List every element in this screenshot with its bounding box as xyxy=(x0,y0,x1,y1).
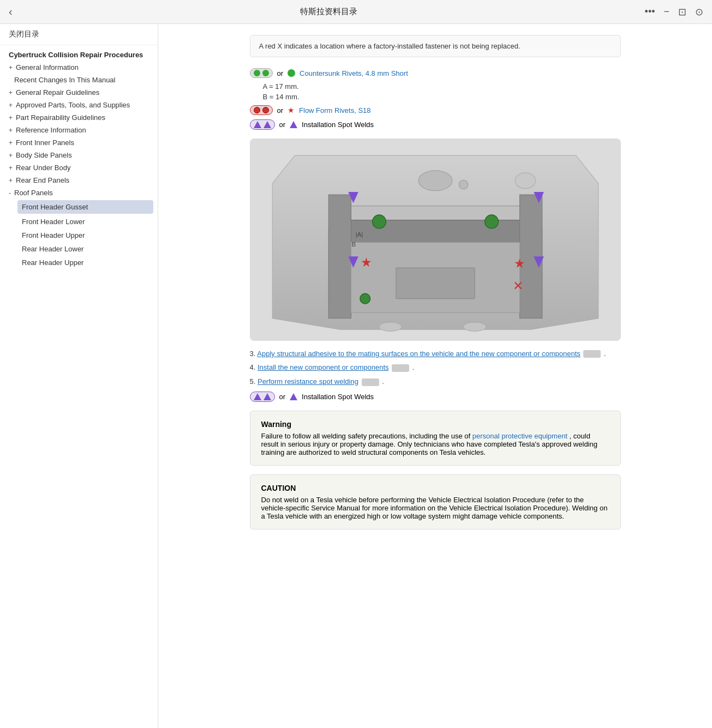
sidebar-item-approved-parts[interactable]: + Approved Parts, Tools, and Supplies xyxy=(0,99,158,111)
expand-icon: + xyxy=(9,152,13,159)
sidebar-label: Rear Under Body xyxy=(16,164,70,172)
dim-a: A = 17 mm. xyxy=(263,82,621,91)
sidebar-item-front-header-lower[interactable]: Front Header Lower xyxy=(0,215,158,228)
svg-point-5 xyxy=(372,215,386,228)
expand-icon: + xyxy=(9,101,13,109)
toggle-triangle-right xyxy=(264,121,271,128)
step-5-link[interactable]: Perform resistance spot welding xyxy=(258,377,358,386)
toggle-red xyxy=(250,105,273,115)
sidebar-item-roof-panels[interactable]: - Roof Panels xyxy=(0,186,158,199)
page-title: 特斯拉资料目录 xyxy=(300,7,357,17)
sidebar-item-part-repair[interactable]: + Part Repairability Guidelines xyxy=(0,111,158,124)
expand-icon: + xyxy=(9,139,13,147)
top-bar: ‹ 特斯拉资料目录 ••• − ⊡ ⊙ xyxy=(0,0,712,24)
minimize-button[interactable]: − xyxy=(663,6,669,17)
toggle-triangle-left-b xyxy=(254,393,261,400)
expand-icon: + xyxy=(9,164,13,172)
step-3-link[interactable]: Apply structural adhesive to the mating … xyxy=(257,350,581,358)
toggle-dot-left xyxy=(254,70,260,76)
toggle-red-right xyxy=(262,107,269,113)
svg-rect-1 xyxy=(339,220,530,242)
dim-b: B = 14 mm. xyxy=(263,93,621,101)
star-red-icon: ★ xyxy=(288,106,295,115)
toggle-purple xyxy=(250,119,275,130)
svg-point-20 xyxy=(379,322,401,331)
spot-weld-legend-bottom: or Installation Spot Welds xyxy=(250,392,621,402)
expand-icon: + xyxy=(9,64,13,71)
spot-weld-or-label: or xyxy=(279,121,286,129)
close-toc-button[interactable]: 关闭目录 xyxy=(0,24,158,45)
svg-text:★: ★ xyxy=(360,255,372,269)
sidebar-label: Part Repairability Guidelines xyxy=(16,113,105,122)
back-button[interactable]: ‹ xyxy=(9,5,13,18)
sidebar-label: General Information xyxy=(16,63,79,71)
svg-text:|A|: |A| xyxy=(355,231,362,238)
toggle-triangle-right-b xyxy=(264,393,271,400)
countersunk-rivet-link[interactable]: Countersunk Rivets, 4.8 mm Short xyxy=(300,69,408,77)
flow-form-rivet-link[interactable]: Flow Form Rivets, S18 xyxy=(299,106,370,115)
svg-rect-2 xyxy=(328,195,351,318)
step-4: 4. Install the new component or componen… xyxy=(250,363,621,372)
collapse-icon: - xyxy=(9,189,11,197)
sidebar-item-general-repair[interactable]: + General Repair Guidelines xyxy=(0,86,158,99)
ppe-link[interactable]: personal protective equipment xyxy=(472,432,567,440)
sidebar-item-body-side[interactable]: + Body Side Panels xyxy=(0,149,158,161)
expand-icon: + xyxy=(9,89,13,97)
resize-button[interactable]: ⊡ xyxy=(678,6,686,18)
svg-point-7 xyxy=(360,293,370,304)
step-4-link[interactable]: Install the new component or components xyxy=(258,363,389,371)
sidebar-item-front-header-upper[interactable]: Front Header Upper xyxy=(0,228,158,242)
triangle-purple-icon xyxy=(290,121,297,128)
info-box: A red X indicates a location where a fac… xyxy=(250,35,621,57)
sidebar-item-rear-header-lower[interactable]: Rear Header Lower xyxy=(0,242,158,256)
sidebar-label: Roof Panels xyxy=(14,189,53,197)
step-5: 5. Perform resistance spot welding . xyxy=(250,377,621,386)
more-button[interactable]: ••• xyxy=(645,6,655,17)
toggle-red-left xyxy=(254,107,260,113)
triangle-purple-icon-b xyxy=(290,393,297,400)
sidebar-item-rear-under[interactable]: + Rear Under Body xyxy=(0,161,158,174)
main-layout: 关闭目录 Cybertruck Collision Repair Procedu… xyxy=(0,24,712,728)
svg-point-19 xyxy=(459,180,468,189)
svg-point-21 xyxy=(463,322,486,331)
content-area: A red X indicates a location where a fac… xyxy=(158,24,712,728)
caution-title: CAUTION xyxy=(261,484,609,492)
flow-form-rivet-row: or ★ Flow Form Rivets, S18 xyxy=(250,105,621,115)
sidebar-item-front-inner[interactable]: + Front Inner Panels xyxy=(0,136,158,149)
step-3: 3. Apply structural adhesive to the mati… xyxy=(250,350,621,358)
sidebar-label: Approved Parts, Tools, and Supplies xyxy=(16,101,130,109)
caution-text: Do not weld on a Tesla vehicle before pe… xyxy=(261,496,609,520)
svg-rect-4 xyxy=(396,268,474,299)
warning-title: Warning xyxy=(261,420,609,429)
spot-weld-row-legend: or Installation Spot Welds xyxy=(250,119,621,130)
sidebar-root-title: Cybertruck Collision Repair Procedures xyxy=(0,45,158,61)
record-button[interactable]: ⊙ xyxy=(695,6,703,18)
toggle-dot-right xyxy=(262,70,269,76)
diagram-svg: ★ ★ ✕ |A| B xyxy=(250,139,621,341)
spot-weld-or-bottom: or xyxy=(279,393,286,401)
caution-box: CAUTION Do not weld on a Tesla vehicle b… xyxy=(250,474,621,530)
diagram-container: ★ ★ ✕ |A| B xyxy=(250,139,621,341)
svg-text:B: B xyxy=(351,241,356,248)
sidebar-item-recent-changes[interactable]: Recent Changes In This Manual xyxy=(0,74,158,86)
sidebar-item-rear-end[interactable]: + Rear End Panels xyxy=(0,174,158,186)
sidebar-label: Body Side Panels xyxy=(16,151,72,159)
expand-icon: + xyxy=(9,127,13,134)
sidebar-item-general-info[interactable]: + General Information xyxy=(0,61,158,74)
sidebar-item-rear-header-upper[interactable]: Rear Header Upper xyxy=(0,256,158,269)
step-3-badge xyxy=(583,350,601,358)
warning-box: Warning Failure to follow all welding sa… xyxy=(250,411,621,466)
svg-text:★: ★ xyxy=(514,256,525,270)
expand-icon: + xyxy=(9,177,13,184)
sidebar-label: Rear End Panels xyxy=(16,176,69,184)
toggle-purple-bottom xyxy=(250,392,275,402)
sidebar: 关闭目录 Cybertruck Collision Repair Procedu… xyxy=(0,24,158,728)
svg-point-6 xyxy=(484,215,498,228)
sidebar-label: Front Inner Panels xyxy=(16,139,74,147)
spot-weld-legend-text: Installation Spot Welds xyxy=(302,121,374,129)
sidebar-item-front-header-gusset[interactable]: Front Header Gusset xyxy=(17,200,153,214)
svg-point-18 xyxy=(515,173,535,189)
sidebar-item-reference-info[interactable]: + Reference Information xyxy=(0,124,158,136)
expand-icon: + xyxy=(9,114,13,122)
top-bar-left: ‹ xyxy=(9,5,13,18)
